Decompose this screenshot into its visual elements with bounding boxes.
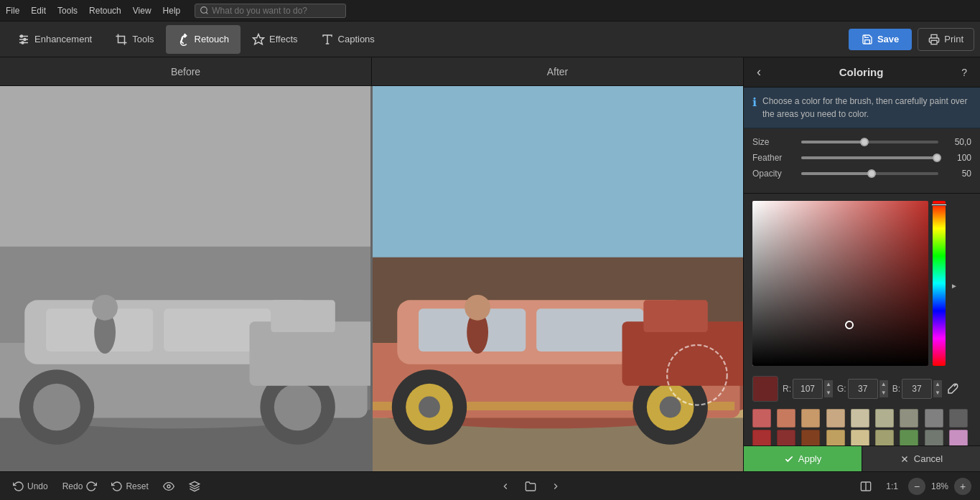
color-swatch[interactable] (925, 430, 943, 445)
svg-point-5 (21, 35, 23, 37)
color-swatch[interactable] (925, 409, 943, 428)
color-swatch[interactable] (826, 430, 845, 445)
b-input[interactable] (902, 379, 932, 399)
color-swatch[interactable] (900, 409, 918, 428)
tool-retouch-label: Retouch (195, 34, 229, 44)
menu-help[interactable]: Help (163, 6, 181, 16)
images-container (0, 86, 743, 471)
menu-file[interactable]: File (6, 6, 19, 16)
ratio-label: 1:1 (886, 481, 898, 491)
color-swatch[interactable] (949, 430, 968, 445)
redo-button[interactable]: Redo (58, 478, 102, 495)
tool-effects[interactable]: Effects (241, 25, 309, 54)
color-picker-area: ► R: ▲ ▼ G: ▲ ▼ (744, 194, 980, 445)
svg-point-23 (274, 384, 322, 431)
color-swatch[interactable] (752, 430, 771, 445)
zoom-out-button[interactable]: − (908, 478, 925, 495)
opacity-slider-row: Opacity 50 (752, 169, 971, 179)
color-swatch[interactable] (875, 409, 894, 428)
r-down[interactable]: ▼ (824, 389, 833, 397)
save-icon (862, 34, 873, 45)
swatches-grid (752, 409, 971, 445)
apply-button[interactable]: Apply (744, 446, 862, 471)
b-up[interactable]: ▲ (933, 380, 942, 389)
g-down[interactable]: ▼ (879, 389, 888, 397)
color-swatch[interactable] (777, 430, 795, 445)
color-swatch[interactable] (777, 409, 795, 428)
save-button[interactable]: Save (849, 29, 912, 50)
size-slider[interactable] (801, 141, 938, 143)
zoom-in-button[interactable]: + (954, 478, 971, 495)
color-swatch[interactable] (851, 430, 869, 445)
swatches-row2 (752, 430, 971, 445)
after-image (373, 86, 743, 471)
ratio-button[interactable]: 1:1 (882, 478, 902, 494)
menu-view[interactable]: View (133, 6, 151, 16)
tool-tools[interactable]: Tools (103, 25, 165, 54)
svg-point-0 (201, 7, 207, 14)
next-image-button[interactable] (546, 478, 565, 494)
crop-icon (115, 33, 128, 46)
feather-slider[interactable] (801, 156, 938, 159)
compare-button[interactable] (856, 478, 876, 495)
color-swatch[interactable] (851, 409, 869, 428)
svg-point-42 (660, 397, 681, 418)
menu-tools[interactable]: Tools (57, 6, 78, 16)
tool-enhancement[interactable]: Enhancement (6, 25, 103, 54)
eyedropper-button[interactable] (946, 382, 959, 395)
menu-edit[interactable]: Edit (31, 6, 46, 16)
color-swatch[interactable] (752, 409, 771, 428)
print-label: Print (944, 34, 963, 44)
bottom-bar: Undo Redo Reset 1:1 − 18% + (0, 471, 980, 500)
color-swatch[interactable] (826, 409, 845, 428)
r-input[interactable] (793, 379, 823, 399)
hue-strip[interactable] (933, 201, 946, 366)
redo-icon (85, 481, 97, 492)
reset-button[interactable]: Reset (107, 478, 152, 495)
color-swatch[interactable] (900, 430, 918, 445)
color-swatch[interactable] (801, 409, 820, 428)
search-box[interactable] (195, 4, 346, 18)
svg-marker-8 (253, 34, 264, 44)
right-panel: ‹ Coloring ? ℹ Choose a color for the br… (743, 57, 980, 471)
search-input[interactable] (212, 6, 341, 16)
size-label: Size (752, 137, 795, 147)
check-icon (784, 454, 794, 464)
undo-button[interactable]: Undo (9, 478, 52, 495)
r-up[interactable]: ▲ (824, 380, 833, 389)
print-button[interactable]: Print (918, 28, 974, 51)
menu-retouch[interactable]: Retouch (89, 6, 121, 16)
tool-captions[interactable]: Captions (309, 25, 386, 54)
svg-point-44 (465, 295, 490, 321)
cancel-button[interactable]: Cancel (862, 446, 980, 471)
feather-label: Feather (752, 153, 795, 163)
toolbar: Enhancement Tools Retouch Effects Captio… (0, 22, 980, 57)
search-icon (200, 6, 209, 15)
r-label: R: (783, 384, 791, 394)
panel-help-button[interactable]: ? (957, 65, 971, 80)
color-gradient[interactable] (752, 201, 928, 366)
svg-rect-14 (0, 86, 370, 247)
redo-label: Redo (62, 481, 83, 491)
current-color-swatch[interactable] (752, 376, 778, 402)
opacity-slider[interactable] (801, 172, 938, 175)
info-text: Choose a color for the brush, then caref… (762, 95, 971, 121)
r-spinner: ▲ ▼ (824, 380, 833, 397)
g-up[interactable]: ▲ (879, 380, 888, 389)
color-swatch[interactable] (801, 430, 820, 445)
color-swatch[interactable] (875, 430, 894, 445)
before-label: Before (0, 57, 372, 85)
g-label: G: (837, 384, 846, 394)
tool-retouch[interactable]: Retouch (166, 25, 241, 54)
g-input[interactable] (848, 379, 878, 399)
b-down[interactable]: ▼ (933, 389, 942, 397)
after-panel[interactable] (373, 86, 743, 471)
compare-icon (860, 481, 872, 492)
folder-button[interactable] (521, 478, 541, 495)
panel-back-button[interactable]: ‹ (752, 63, 765, 81)
layers-button[interactable] (185, 478, 205, 495)
eye-button[interactable] (159, 478, 179, 495)
main-area: Before After (0, 57, 980, 471)
color-swatch[interactable] (949, 409, 968, 428)
prev-image-button[interactable] (496, 478, 515, 494)
